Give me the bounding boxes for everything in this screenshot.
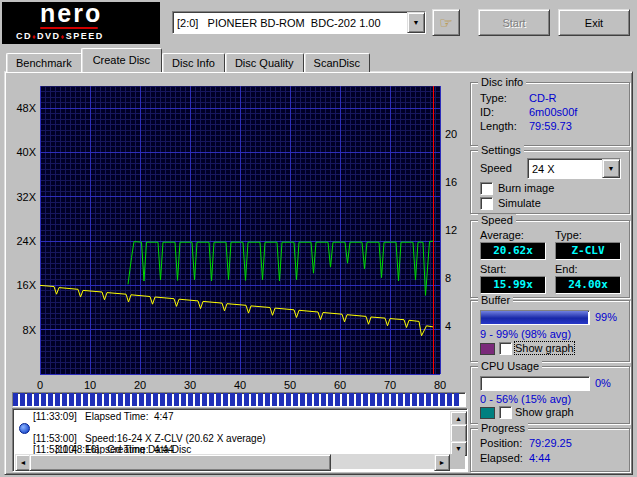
logo-sub-speed: SPEED <box>66 31 104 41</box>
type-label: Type: <box>555 229 582 241</box>
cpu-usage-bar <box>480 376 590 391</box>
main-progress-fill <box>13 393 460 406</box>
position-value: 79:29.25 <box>529 437 572 449</box>
speed-group: Speed Average: Type: 20.62x Z-CLV Start:… <box>470 220 630 298</box>
exit-button[interactable]: Exit <box>558 9 630 36</box>
speed-select-value: 24 X <box>528 163 602 175</box>
start-speed-display: 15.99x <box>480 276 546 294</box>
disc-info-group: Disc info Type: CD-R ID: 6m00s00f Length… <box>470 82 630 146</box>
tab-disc-quality[interactable]: Disc Quality <box>225 53 304 72</box>
exit-button-label: Exit <box>585 17 603 29</box>
end-speed-display: 24.00x <box>555 276 621 294</box>
left-axis-tick: 16X <box>16 279 36 291</box>
cpu-graph-swatch <box>480 407 495 419</box>
log-line: [11:53:00] Speed:16-24 X Z-CLV (20.62 X … <box>15 433 450 444</box>
disc-length-label: Length: <box>480 120 517 132</box>
select-burn-button[interactable]: ☞ <box>432 9 460 36</box>
disc-type-value: CD-R <box>529 92 557 104</box>
settings-title: Settings <box>478 144 524 156</box>
log-line-text: [11:53:00] Speed:16-24 X Z-CLV (20.62 X … <box>33 433 266 444</box>
disc-length-value: 79:59.73 <box>529 120 572 132</box>
buffer-show-graph-label: Show graph <box>515 342 574 354</box>
x-axis-tick: 50 <box>284 379 296 391</box>
right-axis-tick: 12 <box>445 224 457 236</box>
logo-sub-cd: CD <box>16 31 32 41</box>
buffer-title: Buffer <box>478 294 513 306</box>
x-axis-tick: 30 <box>184 379 196 391</box>
tab-scandisc[interactable]: ScanDisc <box>304 53 370 72</box>
drive-select-value: [2:0] PIONEER BD-ROM BDC-202 1.00 <box>173 17 407 29</box>
progress-title: Progress <box>478 422 528 434</box>
app-window: nero CD♦DVD♦SPEED [2:0] PIONEER BD-ROM B… <box>0 0 637 477</box>
logo-sub-dvd: DVD <box>37 31 61 41</box>
speed-select-combobox[interactable]: 24 X ▼ <box>527 158 621 179</box>
tab-create-disc[interactable]: Create Disc <box>81 48 162 72</box>
x-axis-tick: 60 <box>334 379 346 391</box>
write-type-display: Z-CLV <box>555 242 621 260</box>
x-axis-tick: 70 <box>384 379 396 391</box>
elapsed-value: 4:44 <box>529 452 550 464</box>
end-label: End: <box>555 263 578 275</box>
start-button[interactable]: Start <box>478 9 550 36</box>
settings-group: Settings Speed 24 X ▼ Burn image Simulat… <box>470 150 630 214</box>
burn-image-checkbox[interactable] <box>480 182 493 195</box>
position-label: Position: <box>480 437 522 449</box>
nero-logo-swoosh <box>40 27 98 29</box>
speed-select-dropdown-button[interactable]: ▼ <box>602 159 620 178</box>
simulate-label: Simulate <box>498 197 541 209</box>
hand-icon: ☞ <box>439 14 452 32</box>
tab-bar: Benchmark Create Disc Disc Info Disc Qua… <box>6 51 370 72</box>
disc-id-label: ID: <box>480 106 494 118</box>
log-horizontal-scrollbar[interactable]: ◄ ► <box>15 454 450 469</box>
speed-chart-svg: 8X16X24X32X40X48X48121620010203040506070… <box>10 80 466 394</box>
speed-setting-label: Speed <box>480 162 512 174</box>
tab-scandisc-label: ScanDisc <box>314 57 360 69</box>
x-axis-tick: 40 <box>234 379 246 391</box>
x-axis-tick: 10 <box>84 379 96 391</box>
buffer-bar-fill <box>481 311 588 324</box>
log-lines: [11:33:09] Elapsed Time: 4:47 [11:48:16]… <box>15 411 450 455</box>
buffer-group: Buffer 99% 9 - 99% (98% avg) Show graph <box>470 300 630 362</box>
average-label: Average: <box>480 229 524 241</box>
average-speed-display: 20.62x <box>480 242 546 260</box>
tab-benchmark[interactable]: Benchmark <box>6 53 82 72</box>
simulate-checkbox[interactable] <box>480 197 493 210</box>
log-listbox[interactable]: [11:33:09] Elapsed Time: 4:47 [11:48:16]… <box>12 408 468 472</box>
buffer-level-bar <box>480 310 590 325</box>
cpu-show-graph-checkbox[interactable] <box>499 406 512 419</box>
drive-select-dropdown-button[interactable]: ▼ <box>407 12 425 33</box>
start-label: Start: <box>480 263 506 275</box>
x-axis-tick: 20 <box>134 379 146 391</box>
x-axis-tick: 80 <box>434 379 446 391</box>
speed-group-title: Speed <box>478 214 516 226</box>
left-axis-tick: 24X <box>16 235 36 247</box>
disc-info-title: Disc info <box>478 76 526 88</box>
hscroll-thumb[interactable] <box>29 454 331 471</box>
disc-type-label: Type: <box>480 92 507 104</box>
left-axis-tick: 48X <box>16 102 36 114</box>
burn-image-label: Burn image <box>498 182 554 194</box>
cpu-range-text: 0 - 56% (15% avg) <box>480 393 571 405</box>
drive-select-combobox[interactable]: [2:0] PIONEER BD-ROM BDC-202 1.00 ▼ <box>172 11 426 34</box>
left-axis-tick: 8X <box>23 324 37 336</box>
arrow-up-icon: ▲ <box>455 415 462 422</box>
right-axis-tick: 4 <box>445 320 451 332</box>
cpu-percent: 0% <box>595 377 611 389</box>
arrow-down-icon: ▼ <box>455 445 462 452</box>
log-vertical-scrollbar[interactable]: ▲ ▼ <box>450 411 465 454</box>
progress-group: Progress Position: 79:29.25 Elapsed: 4:4… <box>470 428 630 472</box>
cpu-usage-title: CPU Usage <box>478 360 542 372</box>
arrow-right-icon: ► <box>439 459 446 466</box>
scrollbar-corner <box>450 454 465 469</box>
write-progress-bar <box>12 392 466 407</box>
tab-disc-info[interactable]: Disc Info <box>162 53 225 72</box>
chevron-down-icon: ▼ <box>413 19 420 26</box>
scroll-right-button[interactable]: ► <box>434 454 450 471</box>
start-button-label: Start <box>502 17 525 29</box>
buffer-graph-swatch <box>480 343 495 355</box>
log-line: [11:48:16] Creating Data Disc <box>15 422 450 433</box>
tab-benchmark-label: Benchmark <box>16 57 72 69</box>
buffer-percent: 99% <box>595 311 617 323</box>
cpu-show-graph-label: Show graph <box>515 406 574 418</box>
buffer-show-graph-checkbox[interactable] <box>499 342 512 355</box>
